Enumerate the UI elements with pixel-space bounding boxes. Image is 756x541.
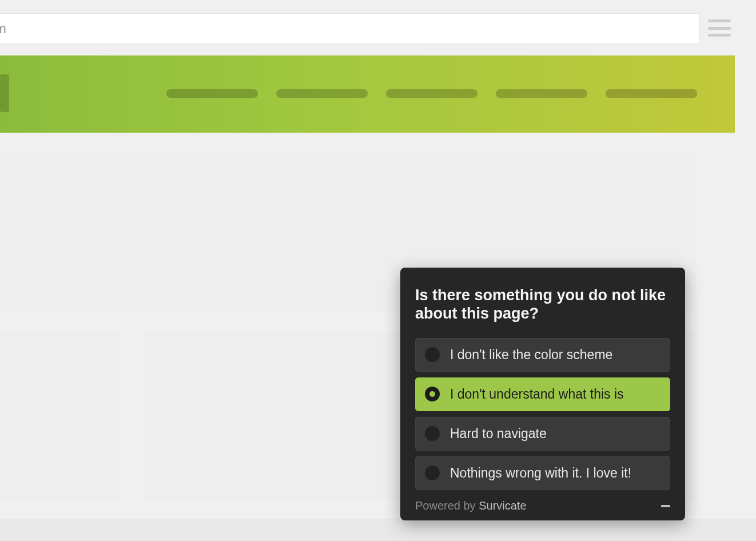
bottom-strip bbox=[0, 519, 756, 541]
radio-icon-selected bbox=[425, 387, 440, 401]
address-bar[interactable]: m bbox=[0, 13, 700, 44]
nav-item-1[interactable] bbox=[166, 89, 258, 98]
survey-option-label: I don't like the color scheme bbox=[450, 347, 612, 363]
nav-left-control[interactable] bbox=[0, 74, 9, 112]
minimize-icon[interactable] bbox=[661, 505, 670, 507]
nav-item-4[interactable] bbox=[496, 89, 587, 98]
survey-option-label: Nothings wrong with it. I love it! bbox=[450, 466, 631, 481]
survey-option-label: I don't understand what this is bbox=[450, 387, 624, 402]
card-placeholder-2 bbox=[143, 331, 409, 500]
card-placeholder-1 bbox=[0, 331, 120, 500]
nav-bar bbox=[0, 55, 735, 133]
survey-options: I don't like the color scheme I don't un… bbox=[415, 338, 670, 490]
survey-option-love-it[interactable]: Nothings wrong with it. I love it! bbox=[415, 456, 670, 490]
survey-option-hard-navigate[interactable]: Hard to navigate bbox=[415, 417, 670, 451]
address-text-fragment: m bbox=[0, 21, 6, 37]
radio-icon bbox=[425, 426, 440, 441]
powered-by-brand[interactable]: Survicate bbox=[479, 499, 526, 512]
survey-option-color-scheme[interactable]: I don't like the color scheme bbox=[415, 338, 670, 372]
survey-option-label: Hard to navigate bbox=[450, 426, 547, 441]
survey-option-dont-understand[interactable]: I don't understand what this is bbox=[415, 377, 670, 411]
survey-footer: Powered by Survicate bbox=[415, 499, 670, 512]
powered-by-text: Powered by Survicate bbox=[415, 499, 527, 512]
radio-icon bbox=[425, 466, 440, 480]
nav-item-5[interactable] bbox=[606, 89, 697, 98]
nav-item-2[interactable] bbox=[276, 89, 368, 98]
nav-item-3[interactable] bbox=[386, 89, 478, 98]
nav-items bbox=[166, 89, 697, 98]
hamburger-menu-icon[interactable] bbox=[708, 19, 731, 37]
radio-icon bbox=[425, 347, 440, 362]
survey-question: Is there something you do not like about… bbox=[415, 286, 670, 323]
survey-popup: Is there something you do not like about… bbox=[400, 268, 685, 520]
